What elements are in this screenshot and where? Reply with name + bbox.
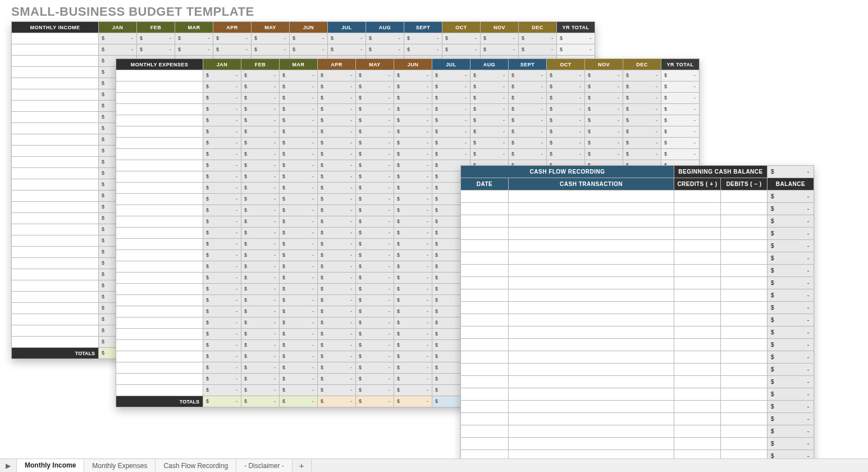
data-cell[interactable]: $- [394,115,432,126]
category-cell[interactable] [12,325,99,337]
date-cell[interactable] [461,364,509,376]
credits-cell[interactable] [674,364,721,376]
data-cell[interactable]: $- [280,138,318,149]
data-cell[interactable]: $- [585,115,623,126]
date-cell[interactable] [461,277,509,289]
data-cell[interactable]: $- [213,44,252,56]
category-cell[interactable] [116,228,203,239]
credits-cell[interactable] [674,215,721,228]
data-cell[interactable]: $- [203,273,241,284]
month-header-jun[interactable]: JUN [290,22,328,33]
data-cell[interactable]: $- [356,194,394,205]
transaction-cell[interactable] [509,425,674,438]
data-cell[interactable]: $- [241,239,280,250]
data-cell[interactable]: $- [280,81,318,93]
data-cell[interactable]: $- [356,205,394,216]
month-header-feb[interactable]: FEB [241,59,280,70]
category-cell[interactable] [12,179,99,190]
data-cell[interactable]: $- [432,104,470,115]
data-cell[interactable]: $- [99,44,137,56]
data-cell[interactable]: $- [280,284,318,295]
data-cell[interactable]: $- [547,138,585,149]
category-cell[interactable] [116,329,203,340]
data-cell[interactable]: $- [290,44,328,56]
data-cell[interactable]: $- [470,138,509,149]
debits-cell[interactable] [721,314,768,326]
debits-cell[interactable] [721,388,768,401]
month-header-jul[interactable]: JUL [328,22,366,33]
credits-cell[interactable] [674,203,721,215]
data-cell[interactable]: $- [356,216,394,228]
data-cell[interactable]: $- [241,250,280,261]
data-cell[interactable]: $- [585,70,623,81]
data-cell[interactable]: $- [470,81,509,93]
category-cell[interactable] [12,157,99,168]
data-cell[interactable]: $- [394,374,432,385]
data-cell[interactable]: $- [470,70,509,81]
data-cell[interactable]: $- [203,126,241,138]
sheet-tab-monthly-expenses[interactable]: Monthly Expenses [84,459,156,472]
debits-cell[interactable] [721,228,768,240]
data-cell[interactable]: $- [318,171,356,183]
data-cell[interactable]: $- [481,44,519,56]
data-cell[interactable]: $- [241,93,280,104]
transaction-cell[interactable] [509,388,674,401]
category-cell[interactable] [12,134,99,146]
data-cell[interactable]: $- [280,194,318,205]
data-cell[interactable]: $- [280,115,318,126]
category-cell[interactable] [12,258,99,269]
month-header-jul[interactable]: JUL [432,59,470,70]
transaction-cell[interactable] [509,190,674,203]
data-cell[interactable]: $- [280,239,318,250]
date-cell[interactable] [461,228,509,240]
data-cell[interactable]: $- [394,250,432,261]
data-cell[interactable]: $- [394,93,432,104]
data-cell[interactable]: $- [318,81,356,93]
data-cell[interactable]: $- [432,126,470,138]
month-header-apr[interactable]: APR [213,22,252,33]
data-cell[interactable]: $- [356,340,394,351]
debits-cell[interactable] [721,277,768,289]
credits-cell[interactable] [674,438,721,450]
data-cell[interactable]: $- [394,194,432,205]
data-cell[interactable]: $- [318,306,356,317]
data-cell[interactable]: $- [318,385,356,396]
data-cell[interactable]: $- [241,183,280,194]
category-cell[interactable] [12,247,99,258]
date-cell[interactable] [461,302,509,314]
month-header-feb[interactable]: FEB [137,22,175,33]
category-cell[interactable] [116,374,203,385]
credits-cell[interactable] [674,228,721,240]
data-cell[interactable]: $- [623,70,661,81]
data-cell[interactable]: $- [318,374,356,385]
category-cell[interactable] [116,194,203,205]
category-cell[interactable] [12,224,99,235]
credits-cell[interactable] [674,190,721,203]
credits-cell[interactable] [674,302,721,314]
data-cell[interactable]: $- [318,205,356,216]
data-cell[interactable]: $- [280,340,318,351]
data-cell[interactable]: $- [241,340,280,351]
transaction-cell[interactable] [509,302,674,314]
data-cell[interactable]: $- [623,115,661,126]
category-cell[interactable] [116,295,203,306]
data-cell[interactable]: $- [203,261,241,273]
data-cell[interactable]: $- [280,385,318,396]
data-cell[interactable]: $- [213,33,252,44]
month-header-jan[interactable]: JAN [99,22,137,33]
data-cell[interactable]: $- [241,362,280,374]
category-cell[interactable] [12,303,99,314]
data-cell[interactable]: $- [318,138,356,149]
credits-cell[interactable] [674,351,721,364]
data-cell[interactable]: $- [356,250,394,261]
category-cell[interactable] [12,314,99,325]
data-cell[interactable]: $- [470,126,509,138]
month-header-oct[interactable]: OCT [442,22,481,33]
data-cell[interactable]: $- [203,115,241,126]
month-header-apr[interactable]: APR [318,59,356,70]
data-cell[interactable]: $- [203,104,241,115]
data-cell[interactable]: $- [585,93,623,104]
data-cell[interactable]: $- [623,149,661,160]
data-cell[interactable]: $- [280,183,318,194]
data-cell[interactable]: $- [394,183,432,194]
